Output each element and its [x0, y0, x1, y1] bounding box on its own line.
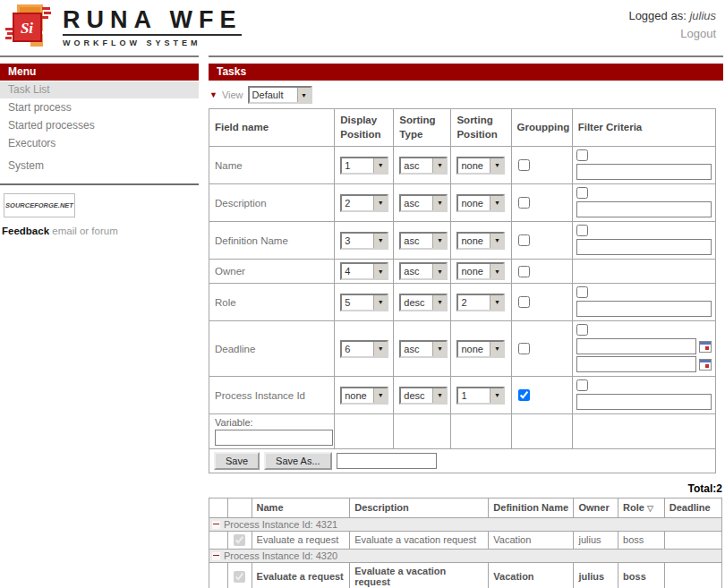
- sidebar-item-system[interactable]: System: [0, 158, 199, 175]
- divider: [0, 183, 199, 185]
- sorting-position-select[interactable]: none▼: [456, 340, 505, 358]
- save-as-name-input[interactable]: [337, 453, 437, 469]
- display-position-select[interactable]: 6▼: [340, 340, 388, 358]
- filter-enable-checkbox[interactable]: [576, 187, 588, 199]
- grouping-checkbox[interactable]: [518, 159, 530, 171]
- results-col-deadline[interactable]: Deadline: [664, 499, 721, 518]
- empty-cell: [335, 414, 394, 449]
- sorting-type-select[interactable]: asc▼: [399, 157, 448, 175]
- grouping-checkbox[interactable]: [518, 266, 530, 277]
- task-select-checkbox[interactable]: [234, 571, 245, 583]
- chevron-down-icon: ▼: [432, 264, 446, 278]
- brand-subtitle: WORKFLOW SYSTEM: [63, 34, 242, 47]
- display-position-select[interactable]: none▼: [340, 387, 388, 405]
- filter-value-input[interactable]: [576, 394, 712, 410]
- results-col-description[interactable]: Description: [350, 499, 489, 518]
- divider: [209, 55, 723, 57]
- chevron-down-icon: ▼: [373, 158, 387, 173]
- group-label: Process Instance Id: 4321: [224, 519, 337, 530]
- sorting-type-select[interactable]: desc▼: [399, 387, 448, 405]
- view-triangle-icon[interactable]: ▼: [209, 90, 218, 99]
- sorting-position-select[interactable]: 2▼: [456, 294, 505, 311]
- filter-value-input[interactable]: [576, 201, 712, 217]
- results-col-role[interactable]: Role ▽: [618, 499, 665, 518]
- task-deadline: [664, 531, 721, 550]
- results-col-name[interactable]: Name: [252, 499, 350, 518]
- grouping-checkbox[interactable]: [518, 296, 530, 308]
- task-definition-name: Vacation: [489, 563, 574, 588]
- task-select-checkbox[interactable]: [234, 534, 245, 546]
- sidebar-item-start-process[interactable]: Start process: [0, 99, 199, 116]
- feedback-links[interactable]: email or forum: [52, 226, 118, 236]
- sorting-position-select[interactable]: none▼: [456, 232, 505, 250]
- logout-link[interactable]: Logout: [628, 25, 716, 43]
- filter-enable-checkbox[interactable]: [576, 149, 588, 161]
- task-row: Evaluate a requestEvaluate a vacation re…: [209, 531, 722, 550]
- select-value: none: [458, 234, 490, 248]
- results-col-spacer: [209, 499, 228, 518]
- display-position-select[interactable]: 1▼: [340, 157, 388, 175]
- tasks-header: Tasks: [209, 64, 723, 81]
- sidebar-item-started-processes[interactable]: Started processes: [0, 117, 199, 134]
- view-select[interactable]: Default ▼: [248, 86, 312, 104]
- filter-value-input[interactable]: [576, 301, 712, 317]
- sorting-type-select[interactable]: asc▼: [399, 194, 448, 212]
- display-position-select[interactable]: 3▼: [340, 232, 388, 250]
- collapse-icon[interactable]: [212, 552, 220, 560]
- save-as-button[interactable]: Save As...: [264, 452, 332, 470]
- calendar-icon[interactable]: [699, 341, 712, 353]
- filter-enable-checkbox[interactable]: [576, 286, 588, 298]
- collapse-icon[interactable]: [212, 521, 220, 529]
- results-col-owner[interactable]: Owner: [574, 499, 618, 518]
- sourceforge-logo[interactable]: SOURCEFORGE.NET: [4, 193, 75, 217]
- task-role: boss: [618, 563, 665, 588]
- chevron-down-icon: ▼: [432, 342, 446, 356]
- grouping-checkbox[interactable]: [518, 389, 530, 401]
- results-col-checkbox: [227, 499, 252, 518]
- grouping-checkbox[interactable]: [518, 234, 530, 246]
- sorting-type-select[interactable]: desc▼: [399, 294, 448, 311]
- filter-value-input[interactable]: [576, 338, 696, 354]
- sorting-type-select[interactable]: asc▼: [399, 232, 448, 250]
- results-col-definition-name[interactable]: Definition Name: [489, 499, 574, 518]
- calendar-icon[interactable]: [699, 359, 712, 371]
- filter-value-input[interactable]: [576, 239, 712, 255]
- sorting-position-select[interactable]: none▼: [456, 262, 505, 280]
- task-name[interactable]: Evaluate a request: [252, 563, 350, 588]
- filter-value-input[interactable]: [576, 356, 696, 372]
- field-name-label: Deadline: [209, 321, 335, 377]
- grouping-checkbox[interactable]: [518, 197, 530, 209]
- chevron-down-icon: ▼: [490, 234, 503, 248]
- display-position-select[interactable]: 4▼: [340, 262, 388, 280]
- filter-value-input[interactable]: [576, 164, 712, 180]
- grouping-checkbox[interactable]: [518, 343, 530, 354]
- sorting-position-select[interactable]: 1▼: [456, 387, 505, 405]
- save-button[interactable]: Save: [214, 452, 260, 470]
- col-sorting-type: Sorting Type: [394, 109, 451, 147]
- sidebar-item-executors[interactable]: Executors: [0, 135, 199, 152]
- empty-cell: [572, 414, 715, 449]
- sidebar-item-task-list[interactable]: Task List: [0, 81, 199, 98]
- variable-cell: Variable:: [209, 414, 335, 449]
- brand-title: RUNA WFE: [63, 7, 242, 32]
- variable-input[interactable]: [215, 430, 333, 446]
- filter-criteria-cell: [572, 260, 715, 284]
- display-position-select[interactable]: 5▼: [340, 294, 388, 311]
- chevron-down-icon: ▼: [490, 388, 503, 403]
- field-settings-row: Deadline6▼asc▼none▼: [209, 321, 716, 377]
- variable-row: Variable:: [209, 414, 716, 449]
- sorting-type-select[interactable]: asc▼: [399, 340, 448, 358]
- task-name[interactable]: Evaluate a request: [252, 531, 350, 550]
- filter-enable-checkbox[interactable]: [576, 324, 588, 336]
- select-value: none: [458, 196, 490, 210]
- chevron-down-icon: ▼: [373, 264, 387, 278]
- select-value: desc: [401, 388, 432, 403]
- sorting-position-select[interactable]: none▼: [456, 194, 505, 212]
- select-value: 1: [458, 388, 490, 403]
- filter-enable-checkbox[interactable]: [576, 225, 588, 236]
- divider: [0, 55, 199, 57]
- display-position-select[interactable]: 2▼: [340, 194, 388, 212]
- sorting-position-select[interactable]: none▼: [456, 157, 505, 175]
- sorting-type-select[interactable]: asc▼: [399, 262, 448, 280]
- filter-enable-checkbox[interactable]: [576, 379, 588, 391]
